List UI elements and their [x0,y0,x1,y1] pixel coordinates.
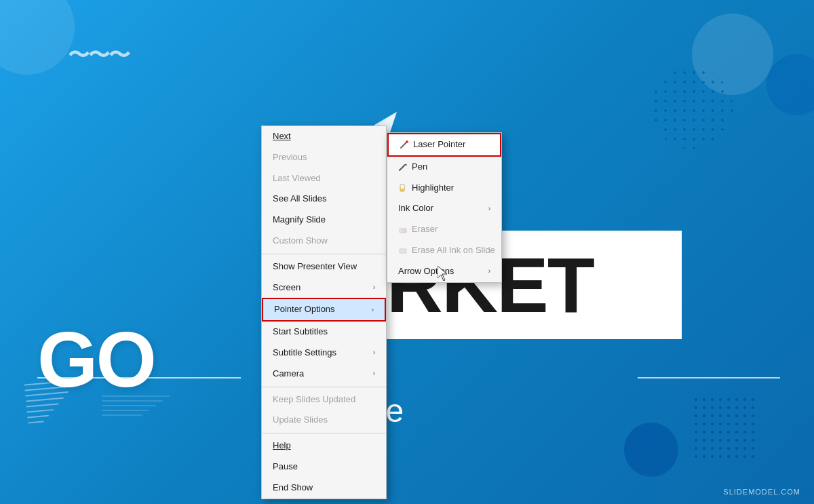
submenu-label-pen: Pen [412,160,427,174]
highlighter-icon [398,183,408,193]
submenu-item-erase-all-ink[interactable]: Erase All Ink on Slide [387,240,501,261]
menu-item-keep-slides-updated[interactable]: Keep Slides Updated [262,389,386,410]
slide-container: 〜〜〜 GO MARKET template [0,0,814,504]
submenu-label-ink-color: Ink Color [398,201,433,216]
menu-item-last-viewed[interactable]: Last Viewed [262,168,386,189]
menu-label-start-subtitles: Start Subtitles [273,325,328,339]
submenu-item-eraser[interactable]: Eraser [387,219,501,240]
svg-point-4 [406,140,408,143]
menu-label-update-slides: Update Slides [273,413,328,427]
menu-item-camera[interactable]: Camera › [262,364,386,385]
submenu-label-highlighter: Highlighter [412,181,454,195]
menu-label-keep-slides-updated: Keep Slides Updated [273,393,355,407]
pen-item-left: Pen [398,160,427,174]
context-menu: Next Previous Last Viewed See All Slides… [261,125,387,499]
laser-pointer-icon [400,140,409,149]
erase-all-ink-item-left: Erase All Ink on Slide [398,244,495,258]
menu-label-see-all-slides: See All Slides [273,192,327,206]
ink-color-arrow-icon: › [488,203,490,214]
submenu-label-laser-pointer: Laser Pointer [413,138,465,152]
cursor-icon [438,266,450,281]
laser-pointer-item-left: Laser Pointer [400,138,465,152]
menu-item-start-subtitles[interactable]: Start Subtitles [262,322,386,343]
slide-title-go: GO [37,321,155,399]
menu-item-magnify-slide[interactable]: Magnify Slide [262,210,386,231]
menu-item-update-slides[interactable]: Update Slides [262,410,386,431]
menu-item-pause[interactable]: Pause [262,457,386,478]
pointer-options-submenu: Laser Pointer Pen Highlighter [387,132,502,283]
ink-color-item-left: Ink Color [398,201,433,216]
svg-rect-8 [400,189,404,191]
divider-right [638,377,780,379]
arrow-options-arrow-icon: › [488,266,490,277]
submenu-item-pen[interactable]: Pen [387,157,501,178]
menu-label-pause: Pause [273,460,298,474]
deco-circle-bottomright [624,423,678,477]
pen-icon [398,162,408,172]
eraser-item-left: Eraser [398,222,438,237]
submenu-item-highlighter[interactable]: Highlighter [387,178,501,199]
watermark: SLIDEMODEL.COM [723,488,800,496]
svg-line-3 [401,142,406,148]
menu-label-screen: Screen [273,281,301,295]
menu-item-subtitle-settings[interactable]: Subtitle Settings › [262,343,386,364]
menu-item-next[interactable]: Next [262,126,386,147]
submenu-label-erase-all-ink: Erase All Ink on Slide [412,244,495,258]
menu-item-screen[interactable]: Screen › [262,277,386,298]
submenu-item-ink-color[interactable]: Ink Color › [387,198,501,219]
menu-label-pointer-options: Pointer Options [274,303,335,317]
deco-circle-topright2 [767,54,814,115]
menu-label-previous: Previous [273,151,307,165]
menu-label-camera: Camera [273,367,304,381]
submenu-item-laser-pointer[interactable]: Laser Pointer [387,133,501,157]
menu-label-subtitle-settings: Subtitle Settings [273,346,336,360]
menu-item-custom-show[interactable]: Custom Show [262,231,386,252]
pointer-options-arrow-icon: › [372,305,374,315]
menu-label-magnify-slide: Magnify Slide [273,213,326,227]
menu-label-custom-show: Custom Show [273,234,328,248]
menu-item-end-show[interactable]: End Show [262,478,386,499]
deco-dots-topright [651,68,733,149]
menu-label-show-presenter-view: Show Presenter View [273,260,357,274]
submenu-label-eraser: Eraser [412,222,438,237]
erase-all-icon [398,246,408,255]
svg-marker-12 [438,266,447,281]
menu-label-help: Help [273,439,291,453]
menu-label-end-show: End Show [273,481,313,495]
menu-item-see-all-slides[interactable]: See All Slides [262,189,386,210]
menu-separator-3 [262,433,386,433]
svg-rect-10 [403,229,406,233]
highlighter-item-left: Highlighter [398,181,454,195]
menu-item-pointer-options[interactable]: Pointer Options › [262,298,386,322]
svg-line-5 [400,165,405,170]
camera-arrow-icon: › [373,368,375,379]
menu-separator-2 [262,387,386,387]
svg-rect-11 [400,249,406,253]
screen-arrow-icon: › [373,282,375,293]
eraser-icon [398,225,408,235]
deco-circle-topleft [0,0,75,75]
menu-label-last-viewed: Last Viewed [273,172,321,186]
menu-item-show-presenter-view[interactable]: Show Presenter View [262,256,386,277]
menu-separator-1 [262,254,386,254]
deco-wavy: 〜〜〜 [68,41,129,71]
menu-item-help[interactable]: Help [262,435,386,457]
menu-label-next: Next [273,130,291,144]
menu-item-previous[interactable]: Previous [262,147,386,168]
subtitle-settings-arrow-icon: › [373,347,375,358]
